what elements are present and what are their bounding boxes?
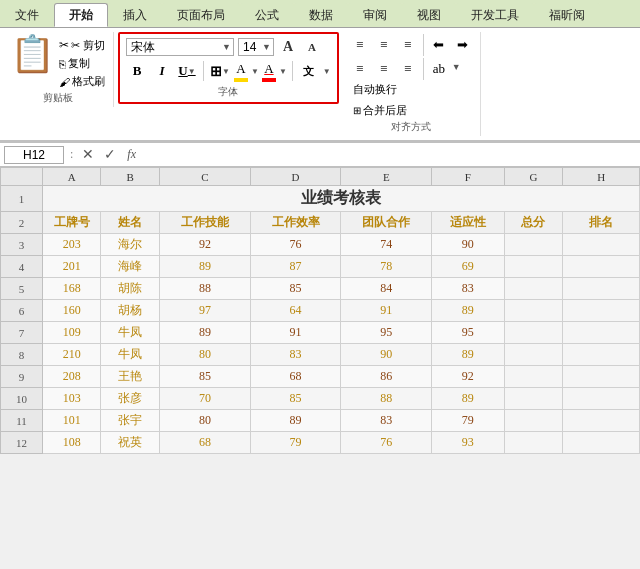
font-shrink-button[interactable]: A <box>302 37 322 57</box>
cell-r8-c0[interactable]: 210 <box>42 344 101 366</box>
cell-r9-c7[interactable] <box>563 366 640 388</box>
cell-r9-c3[interactable]: 68 <box>250 366 341 388</box>
header-cell-6[interactable]: 总分 <box>504 212 563 234</box>
cell-r5-c1[interactable]: 胡陈 <box>101 278 160 300</box>
cell-r8-c7[interactable] <box>563 344 640 366</box>
font-color-dropdown-icon[interactable]: ▼ <box>279 67 287 76</box>
tab-home[interactable]: 开始 <box>54 3 108 27</box>
formula-cancel-button[interactable]: ✕ <box>79 146 97 164</box>
cell-r8-c3[interactable]: 83 <box>250 344 341 366</box>
decrease-indent-button[interactable]: ⬅ <box>428 34 450 56</box>
cell-r3-c5[interactable]: 90 <box>432 234 505 256</box>
cell-r11-c2[interactable]: 80 <box>160 410 251 432</box>
increase-indent-button[interactable]: ➡ <box>452 34 474 56</box>
bold-button[interactable]: B <box>126 60 148 82</box>
cell-r9-c4[interactable]: 86 <box>341 366 432 388</box>
font-name-input[interactable] <box>126 38 234 56</box>
tab-developer[interactable]: 开发工具 <box>456 3 534 27</box>
cell-r4-c7[interactable] <box>563 256 640 278</box>
cell-r9-c5[interactable]: 92 <box>432 366 505 388</box>
formula-confirm-button[interactable]: ✓ <box>101 146 119 164</box>
phonetic-button[interactable]: 文 <box>298 60 320 82</box>
cell-r5-c4[interactable]: 84 <box>341 278 432 300</box>
cell-r10-c1[interactable]: 张彦 <box>101 388 160 410</box>
cut-button[interactable]: ✂✂ 剪切 <box>59 38 105 53</box>
font-grow-button[interactable]: A <box>278 37 298 57</box>
cell-r11-c1[interactable]: 张宇 <box>101 410 160 432</box>
tab-formula[interactable]: 公式 <box>240 3 294 27</box>
cell-r12-c7[interactable] <box>563 432 640 454</box>
cell-r6-c1[interactable]: 胡杨 <box>101 300 160 322</box>
header-cell-7[interactable]: 排名 <box>563 212 640 234</box>
align-right-button[interactable]: ≡ <box>397 58 419 80</box>
font-name-dropdown-icon[interactable]: ▼ <box>222 42 231 52</box>
header-cell-2[interactable]: 工作技能 <box>160 212 251 234</box>
tab-pagelayout[interactable]: 页面布局 <box>162 3 240 27</box>
cell-r5-c2[interactable]: 88 <box>160 278 251 300</box>
cell-r4-c3[interactable]: 87 <box>250 256 341 278</box>
cell-r6-c3[interactable]: 64 <box>250 300 341 322</box>
cell-r7-c1[interactable]: 牛凤 <box>101 322 160 344</box>
cell-r7-c4[interactable]: 95 <box>341 322 432 344</box>
col-header-c[interactable]: C <box>160 168 251 186</box>
col-header-d[interactable]: D <box>250 168 341 186</box>
copy-button[interactable]: ⎘复制 <box>59 56 105 71</box>
cell-r8-c6[interactable] <box>504 344 563 366</box>
align-top-right-button[interactable]: ≡ <box>397 34 419 56</box>
formula-input[interactable] <box>144 147 636 162</box>
title-cell[interactable]: 业绩考核表 <box>42 186 639 212</box>
cell-r10-c4[interactable]: 88 <box>341 388 432 410</box>
cell-r8-c4[interactable]: 90 <box>341 344 432 366</box>
tab-view[interactable]: 视图 <box>402 3 456 27</box>
cell-r4-c1[interactable]: 海峰 <box>101 256 160 278</box>
cell-r3-c0[interactable]: 203 <box>42 234 101 256</box>
cell-r12-c2[interactable]: 68 <box>160 432 251 454</box>
cell-r4-c0[interactable]: 201 <box>42 256 101 278</box>
cell-r8-c5[interactable]: 89 <box>432 344 505 366</box>
cell-r12-c5[interactable]: 93 <box>432 432 505 454</box>
tab-file[interactable]: 文件 <box>0 3 54 27</box>
header-cell-3[interactable]: 工作效率 <box>250 212 341 234</box>
col-header-b[interactable]: B <box>101 168 160 186</box>
cell-r6-c2[interactable]: 97 <box>160 300 251 322</box>
col-header-a[interactable]: A <box>42 168 101 186</box>
cell-ref-input[interactable] <box>4 146 64 164</box>
cell-r10-c6[interactable] <box>504 388 563 410</box>
paste-button[interactable]: 📋 <box>10 34 55 72</box>
text-angle-dropdown[interactable]: ▼ <box>452 62 461 80</box>
cell-r6-c5[interactable]: 89 <box>432 300 505 322</box>
header-cell-0[interactable]: 工牌号 <box>42 212 101 234</box>
cell-r7-c7[interactable] <box>563 322 640 344</box>
cell-r5-c7[interactable] <box>563 278 640 300</box>
cell-r11-c0[interactable]: 101 <box>42 410 101 432</box>
align-left-button[interactable]: ≡ <box>349 58 371 80</box>
cell-r6-c6[interactable] <box>504 300 563 322</box>
cell-r9-c6[interactable] <box>504 366 563 388</box>
font-size-dropdown-icon[interactable]: ▼ <box>262 42 271 52</box>
align-top-center-button[interactable]: ≡ <box>373 34 395 56</box>
cell-r12-c4[interactable]: 76 <box>341 432 432 454</box>
col-header-e[interactable]: E <box>341 168 432 186</box>
cell-r3-c3[interactable]: 76 <box>250 234 341 256</box>
cell-r3-c1[interactable]: 海尔 <box>101 234 160 256</box>
cell-r12-c3[interactable]: 79 <box>250 432 341 454</box>
autowrap-button[interactable]: 自动换行 <box>349 80 474 99</box>
tab-foxit[interactable]: 福昕阅 <box>534 3 600 27</box>
cell-r4-c4[interactable]: 78 <box>341 256 432 278</box>
cell-r9-c0[interactable]: 208 <box>42 366 101 388</box>
cell-r11-c6[interactable] <box>504 410 563 432</box>
font-color-button[interactable]: A <box>262 61 276 82</box>
cell-r5-c0[interactable]: 168 <box>42 278 101 300</box>
cell-r10-c5[interactable]: 89 <box>432 388 505 410</box>
cell-r7-c6[interactable] <box>504 322 563 344</box>
cell-r12-c0[interactable]: 108 <box>42 432 101 454</box>
cell-r11-c5[interactable]: 79 <box>432 410 505 432</box>
col-header-f[interactable]: F <box>432 168 505 186</box>
tab-data[interactable]: 数据 <box>294 3 348 27</box>
cell-r9-c1[interactable]: 王艳 <box>101 366 160 388</box>
text-angle-button[interactable]: ab <box>428 58 450 80</box>
cell-r7-c3[interactable]: 91 <box>250 322 341 344</box>
cell-r3-c7[interactable] <box>563 234 640 256</box>
tab-insert[interactable]: 插入 <box>108 3 162 27</box>
cell-r3-c4[interactable]: 74 <box>341 234 432 256</box>
